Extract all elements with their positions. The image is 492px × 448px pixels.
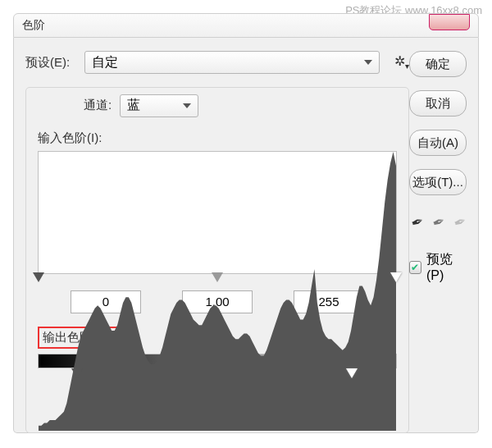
ok-button[interactable]: 确定 [409, 51, 467, 77]
preview-label: 预览(P) [426, 251, 467, 283]
histogram-svg [39, 152, 396, 432]
output-shadow-slider[interactable] [71, 368, 83, 378]
auto-button[interactable]: 自动(A) [409, 130, 467, 156]
highlight-slider[interactable] [390, 272, 402, 282]
gray-point-eyedropper[interactable]: ✒ [429, 212, 447, 233]
eyedropper-tools: ✒ ✒ ✒ [409, 213, 467, 231]
preset-value: 自定 [92, 54, 118, 71]
input-slider-track[interactable] [38, 272, 397, 284]
preset-label: 预设(E): [25, 55, 70, 71]
input-levels-label: 输入色阶(I): [38, 130, 397, 146]
titlebar: 色阶 [13, 13, 479, 38]
cancel-button[interactable]: 取消 [409, 90, 467, 117]
output-slider-track[interactable] [38, 368, 397, 380]
channel-value: 蓝 [127, 97, 140, 114]
channel-label: 通道: [84, 98, 112, 113]
options-button[interactable]: 选项(T)... [409, 169, 467, 195]
output-highlight-slider[interactable] [346, 368, 358, 378]
preset-select[interactable]: 自定 [84, 51, 380, 74]
shadow-slider[interactable] [33, 272, 44, 282]
close-button[interactable] [429, 14, 470, 30]
preview-checkbox[interactable]: ✔ [409, 261, 421, 274]
preset-menu-button[interactable]: ✲▾ [394, 53, 409, 71]
channel-select[interactable]: 蓝 [120, 94, 198, 117]
black-point-eyedropper[interactable]: ✒ [408, 212, 426, 233]
white-point-eyedropper[interactable]: ✒ [450, 212, 468, 233]
levels-group: 通道: 蓝 输入色阶(I): [25, 87, 409, 433]
chevron-down-icon [364, 60, 372, 65]
chevron-down-icon [183, 103, 191, 108]
dialog-title: 色阶 [22, 18, 45, 33]
histogram[interactable] [38, 151, 397, 274]
midtone-slider[interactable] [212, 272, 223, 282]
